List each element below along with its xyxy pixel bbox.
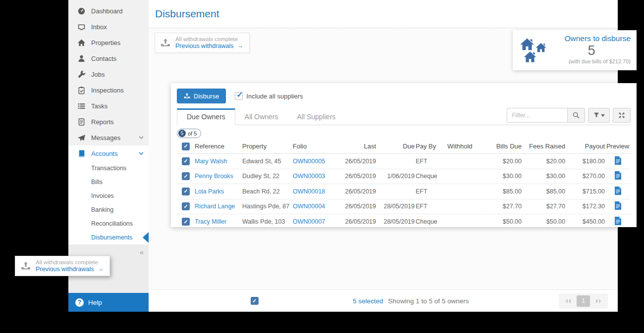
property-cell: Hastings Pde, 87	[242, 203, 293, 210]
page-title: Disbursement	[155, 8, 219, 20]
sidebar-item-contacts[interactable]: Contacts	[68, 50, 149, 66]
row-checkbox[interactable]: ✓	[182, 157, 190, 165]
sidebar-item-disbursements[interactable]: Disbursements	[68, 231, 149, 244]
table-header-row: ✓ Reference Property Folio Last Due Pay …	[177, 139, 631, 154]
filter-dropdown-button[interactable]	[588, 108, 610, 123]
preview-document-icon[interactable]	[614, 217, 622, 225]
row-checkbox[interactable]: ✓	[182, 202, 190, 210]
folio-link[interactable]: OWN00003	[293, 173, 335, 180]
reference-link[interactable]: Tracy Miller	[195, 218, 242, 225]
include-all-suppliers-checkbox[interactable]: ✓ Include all suppliers	[235, 92, 303, 100]
expand-table-button[interactable]	[613, 108, 631, 123]
fees-raised-cell: $27.70	[522, 203, 565, 210]
preview-document-icon[interactable]	[614, 201, 622, 210]
last-cell: 26/05/2019	[335, 218, 376, 225]
sidebar-subitem-label: Transactions	[91, 165, 126, 172]
pay-by-cell: EFT	[415, 158, 447, 165]
column-header-due[interactable]: Due	[376, 143, 415, 150]
chevron-down-icon	[139, 136, 144, 139]
pay-by-cell: EFT	[415, 203, 447, 210]
column-header-pay-by[interactable]: Pay By	[415, 143, 447, 150]
row-checkbox[interactable]: ✓	[182, 218, 190, 226]
bills-due-cell: $27.70	[479, 203, 522, 210]
book-icon	[77, 149, 86, 158]
bills-due-cell: $30.00	[479, 173, 522, 180]
sidebar-item-dashboard[interactable]: Dashboard	[68, 3, 149, 19]
arrow-right-icon: →	[237, 43, 243, 49]
select-all-checkbox[interactable]: ✓	[182, 143, 190, 150]
column-header-fees-raised[interactable]: Fees Raised	[522, 143, 565, 150]
preview-document-icon[interactable]	[614, 171, 622, 180]
disburse-button-label: Disburse	[194, 93, 219, 100]
previous-withdrawals-link[interactable]: Previous withdrawals →	[36, 266, 104, 273]
sidebar-item-inbox[interactable]: Inbox	[68, 19, 149, 35]
sidebar-subitem-label: Invoices	[91, 192, 114, 199]
table-row: ✓ Richard Lange Hastings Pde, 87 OWN0000…	[177, 199, 631, 215]
page-number-button[interactable]: 1	[577, 295, 590, 307]
home-icon	[77, 39, 86, 47]
first-page-button[interactable]	[561, 295, 575, 307]
sidebar-subitem-label: Disbursements	[91, 234, 132, 241]
column-header-folio[interactable]: Folio	[293, 143, 335, 150]
selected-count: 5 selected	[353, 297, 383, 305]
pay-by-cell: EFT	[415, 188, 447, 195]
person-icon	[77, 54, 86, 63]
preview-document-icon[interactable]	[614, 156, 622, 165]
bills-due-cell: $20.00	[479, 158, 522, 165]
sidebar-item-properties[interactable]: Properties	[68, 35, 149, 50]
sidebar-item-accounts[interactable]: Accounts	[68, 145, 149, 161]
last-page-button[interactable]	[592, 295, 605, 307]
inbox-icon	[77, 23, 86, 31]
reference-link[interactable]: Richard Lange	[195, 203, 242, 210]
disburse-button[interactable]: Disburse	[177, 89, 226, 103]
reference-link[interactable]: Lola Parks	[195, 188, 242, 195]
table-row: ✓ Mary Walsh Edward St, 45 OWN00005 26/0…	[177, 154, 631, 169]
sidebar-item-reconciliations[interactable]: Reconciliations	[68, 217, 149, 231]
previous-withdrawals-link[interactable]: Previous withdrawals →	[175, 43, 243, 49]
column-header-reference[interactable]: Reference	[195, 143, 242, 150]
column-header-property[interactable]: Property	[242, 143, 293, 150]
filter-group	[507, 108, 631, 123]
column-header-bills-due[interactable]: Bills Due	[479, 143, 522, 150]
folio-link[interactable]: OWN00004	[293, 203, 335, 210]
sidebar-item-tasks[interactable]: Tasks	[68, 98, 149, 114]
sidebar-item-transactions[interactable]: Transactions	[68, 161, 149, 175]
column-header-preview[interactable]: Preview	[605, 143, 631, 150]
folio-link[interactable]: OWN00005	[293, 158, 335, 165]
sidebar-item-banking[interactable]: Banking	[68, 203, 149, 217]
preview-document-icon[interactable]	[614, 187, 622, 195]
tab-all-suppliers[interactable]: All Suppliers	[288, 109, 345, 125]
sidebar-item-messages[interactable]: Messages	[68, 130, 149, 145]
folio-link[interactable]: OWN00018	[293, 188, 335, 195]
table-row: ✓ Penny Brooks Dudley St, 22 OWN00003 26…	[177, 169, 631, 185]
column-header-withhold[interactable]: Withhold	[447, 143, 479, 150]
collapse-sidebar-icon[interactable]: «	[140, 248, 144, 256]
payout-cell: $172.30	[565, 203, 605, 210]
row-checkbox[interactable]: ✓	[182, 172, 190, 180]
sidebar-item-label: Dashboard	[91, 7, 123, 15]
sidebar-item-reports[interactable]: Reports	[68, 114, 149, 130]
column-header-payout[interactable]: Payout	[565, 143, 605, 150]
filter-input[interactable]	[507, 108, 567, 123]
last-cell: 26/05/2019	[335, 188, 376, 195]
row-checkbox[interactable]: ✓	[182, 188, 190, 195]
column-header-last[interactable]: Last	[335, 143, 376, 150]
disbursement-table-card: Disburse ✓ Include all suppliers Due Own…	[171, 83, 637, 227]
search-button[interactable]	[567, 108, 585, 123]
help-button[interactable]: ? Help	[68, 293, 149, 312]
reference-link[interactable]: Mary Walsh	[195, 158, 242, 165]
sidebar-subitem-label: Bills	[91, 179, 103, 186]
reference-link[interactable]: Penny Brooks	[195, 173, 242, 180]
showing-summary: Showing 1 to 5 of 5 owners	[388, 297, 469, 305]
sidebar-item-invoices[interactable]: Invoices	[68, 189, 149, 203]
pay-by-cell: Cheque	[415, 218, 447, 225]
sidebar-item-inspections[interactable]: Inspections	[68, 82, 149, 98]
include-all-suppliers-label: Include all suppliers	[246, 93, 303, 100]
help-label: Help	[88, 299, 102, 306]
sidebar-item-jobs[interactable]: Jobs	[68, 66, 149, 82]
tab-all-owners[interactable]: All Owners	[235, 109, 288, 125]
tab-due-owners[interactable]: Due Owners	[177, 108, 235, 125]
select-all-footer-checkbox[interactable]: ✓	[251, 297, 259, 305]
folio-link[interactable]: OWN00007	[293, 218, 335, 225]
sidebar-item-bills[interactable]: Bills	[68, 175, 149, 189]
